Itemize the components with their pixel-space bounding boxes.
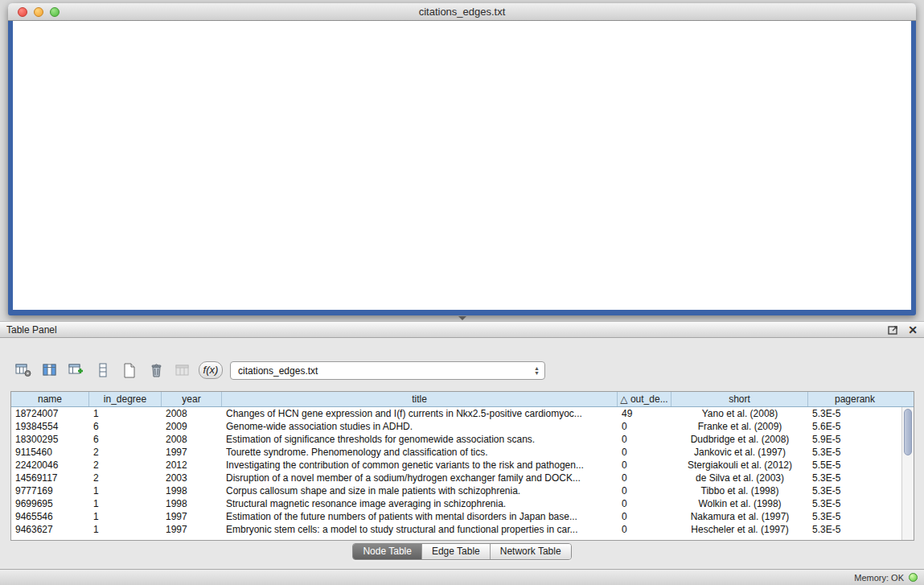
network-graph[interactable] [13,21,911,310]
table-cell[interactable]: 1 [89,407,162,420]
column-header-year[interactable]: year [162,392,222,406]
row-options-icon[interactable] [92,360,113,380]
table-cell[interactable]: 2012 [162,459,222,472]
vertical-scrollbar[interactable] [901,407,914,540]
table-cell[interactable]: 5.3E-5 [808,446,901,459]
table-cell[interactable]: Nakamura et al. (1997) [671,510,808,523]
table-cell[interactable]: Embryonic stem cells: a model to study s… [222,523,618,536]
tab-edge-table[interactable]: Edge Table [421,544,490,559]
table-cell[interactable]: 1997 [162,446,222,459]
table-cell[interactable]: 0 [618,446,671,459]
table-cell[interactable]: Disruption of a novel member of a sodium… [222,472,618,484]
table-row[interactable]: 1938455462009Genome-wide association stu… [11,420,901,433]
table-row[interactable]: 969969511998Structural magnetic resonanc… [11,497,901,510]
table-cell[interactable]: Investigating the contribution of common… [222,459,618,472]
import-table-icon[interactable] [66,360,87,380]
table-cell[interactable]: 5.3E-5 [808,484,901,497]
table-cell[interactable]: 0 [618,510,671,523]
column-header-in-degree[interactable]: in_degree [89,392,162,406]
table-row[interactable]: 977716911998Corpus callosum shape and si… [11,484,901,497]
table-cell[interactable]: 5.3E-5 [808,497,901,510]
table-cell[interactable]: 0 [618,472,671,484]
table-cell[interactable]: 5.5E-5 [808,459,901,472]
column-header-pagerank[interactable]: pagerank [808,392,901,406]
table-cell[interactable]: 2 [89,472,162,484]
trash-icon[interactable] [146,360,166,380]
table-cell[interactable]: 18724007 [11,407,89,420]
table-cell[interactable]: 0 [618,459,671,472]
table-cell[interactable]: 5.6E-5 [808,420,901,433]
close-window-button[interactable] [18,7,27,17]
table-cell[interactable]: Changes of HCN gene expression and I(f) … [222,407,618,420]
table-cell[interactable]: 49 [618,407,671,420]
table-cell[interactable]: 5.9E-5 [808,433,901,446]
table-cell[interactable]: 1 [89,523,162,536]
table-row[interactable]: 1872400712008Changes of HCN gene express… [11,407,901,420]
table-cell[interactable]: 1997 [162,510,222,523]
table-cell[interactable]: Tourette syndrome. Phenomenology and cla… [222,446,618,459]
column-header-out-degree[interactable]: △ out_de... [618,392,671,406]
scrollbar-thumb[interactable] [904,409,912,455]
table-cell[interactable]: 0 [618,420,671,433]
network-canvas[interactable] [13,21,911,310]
network-window[interactable]: citations_edges.txt [8,3,916,315]
table-cell[interactable]: Estimation of the future numbers of pati… [222,510,618,523]
table-cell[interactable]: 5.3E-5 [808,472,901,484]
table-cell[interactable]: 0 [618,523,671,536]
table-cell[interactable]: 5.3E-5 [808,407,901,420]
new-file-icon[interactable] [119,360,140,380]
table-selector-combobox[interactable]: citations_edges.txt ▲▼ [230,361,545,380]
table-cell[interactable]: 14569117 [11,472,89,484]
table-row[interactable]: 946362711997Embryonic stem cells: a mode… [11,523,901,536]
table-row[interactable]: 2242004622012Investigating the contribut… [11,459,901,472]
table-row[interactable]: 1456911722003Disruption of a novel membe… [11,472,901,484]
table-cell[interactable]: 0 [618,497,671,510]
table-cell[interactable]: 2 [89,446,162,459]
table-cell[interactable]: Yano et al. (2008) [671,407,808,420]
column-header-name[interactable]: name [11,392,89,406]
table-cell[interactable]: 9777169 [11,484,89,497]
table-cell[interactable]: 9699695 [11,497,89,510]
tab-node-table[interactable]: Node Table [353,544,421,559]
table-cell[interactable]: 1 [89,510,162,523]
table-cell[interactable]: 5.3E-5 [808,523,901,536]
table-cell[interactable]: Tibbo et al. (1998) [671,484,808,497]
table-cell[interactable]: 1 [89,484,162,497]
table-cell[interactable]: 6 [89,433,162,446]
table-options-icon[interactable] [13,360,34,380]
table-cell[interactable]: 6 [89,420,162,433]
table-cell[interactable]: 9115460 [11,446,89,459]
table-cell[interactable]: 18300295 [11,433,89,446]
table-row[interactable]: 946554611997Estimation of the future num… [11,510,901,523]
table-cell[interactable]: Genome-wide association studies in ADHD. [222,420,618,433]
table-cell[interactable]: de Silva et al. (2003) [671,472,808,484]
table-cell[interactable]: 0 [618,484,671,497]
table-cell[interactable]: 9465546 [11,510,89,523]
table-row[interactable]: 1830029562008Estimation of significance … [11,433,901,446]
table-cell[interactable]: 0 [618,433,671,446]
table-cell[interactable]: 2 [89,459,162,472]
close-panel-icon[interactable]: ✕ [908,324,918,336]
table-cell[interactable]: Dudbridge et al. (2008) [671,433,808,446]
table-cell[interactable]: Jankovic et al. (1997) [671,446,808,459]
splitter-grip-icon[interactable] [458,316,466,320]
minimize-window-button[interactable] [34,7,43,17]
column-visibility-icon[interactable] [39,360,60,380]
table-cell[interactable]: Hescheler et al. (1997) [671,523,808,536]
table-cell[interactable]: Structural magnetic resonance image aver… [222,497,618,510]
table-cell[interactable]: 1998 [162,497,222,510]
zoom-window-button[interactable] [50,7,60,17]
table-cell[interactable]: Stergiakouli et al. (2012) [671,459,808,472]
table-cell[interactable]: 22420046 [11,459,89,472]
table-cell[interactable]: 1997 [162,523,222,536]
table-cell[interactable]: Wolkin et al. (1998) [671,497,808,510]
table-cell[interactable]: Corpus callosum shape and size in male p… [222,484,618,497]
column-header-short[interactable]: short [671,392,808,406]
table-cell[interactable]: 19384554 [11,420,89,433]
function-builder-icon[interactable]: f(x) [199,361,223,379]
table-cell[interactable]: 9463627 [11,523,89,536]
table-cell[interactable]: 2003 [162,472,222,484]
table-cell[interactable]: 1 [89,497,162,510]
panel-splitter[interactable] [0,315,924,321]
table-cell[interactable]: Franke et al. (2009) [671,420,808,433]
